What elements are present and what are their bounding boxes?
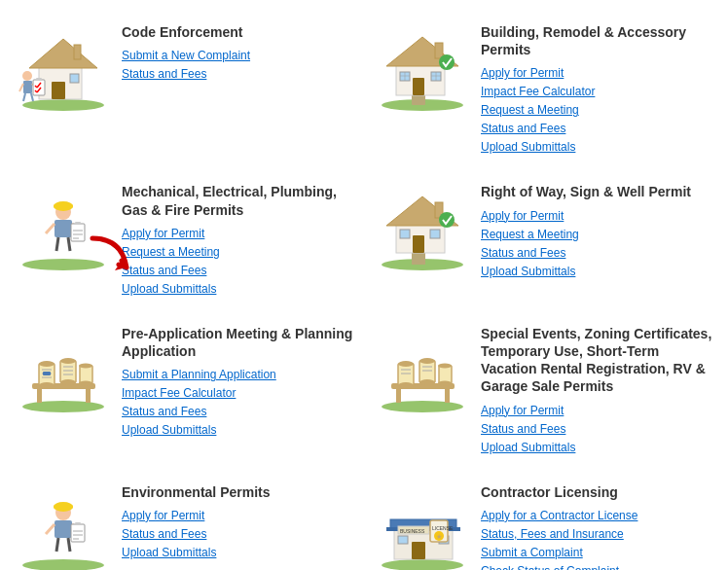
link-status-fees-env[interactable]: Status and Fees bbox=[122, 525, 354, 543]
card-icon-code-enforcement bbox=[15, 23, 112, 111]
svg-rect-13 bbox=[36, 78, 42, 81]
svg-rect-77 bbox=[445, 389, 450, 403]
svg-point-91 bbox=[22, 559, 104, 571]
card-mechanical: Mechanical, Electrical, Plumbing, Gas & … bbox=[5, 169, 364, 310]
svg-point-65 bbox=[60, 358, 76, 364]
svg-point-86 bbox=[438, 380, 452, 385]
card-links-code-enforcement: Submit a New Complaint Status and Fees bbox=[122, 47, 354, 83]
card-icon-contractor: BUSINESS LICENSE ★ bbox=[374, 483, 471, 571]
svg-rect-95 bbox=[55, 520, 72, 538]
svg-rect-73 bbox=[43, 372, 51, 375]
link-upload-row[interactable]: Upload Submittals bbox=[481, 263, 713, 280]
link-request-meeting-row[interactable]: Request a Meeting bbox=[481, 226, 713, 243]
svg-rect-94 bbox=[54, 505, 73, 509]
svg-point-59 bbox=[39, 361, 55, 367]
svg-rect-3 bbox=[52, 82, 65, 99]
svg-point-74 bbox=[382, 401, 463, 412]
svg-line-10 bbox=[23, 93, 25, 101]
svg-rect-51 bbox=[400, 230, 410, 238]
svg-point-72 bbox=[79, 380, 92, 385]
svg-rect-64 bbox=[60, 361, 76, 382]
card-title-building: Building, Remodel & Accessory Permits bbox=[481, 23, 713, 58]
link-status-fees-contractor[interactable]: Status, Fees and Insurance bbox=[481, 525, 713, 543]
link-check-status-complaint[interactable]: Check Status of Complaint bbox=[481, 562, 713, 570]
link-submit-complaint-contractor[interactable]: Submit a Complaint bbox=[481, 544, 713, 561]
card-content-contractor: Contractor Licensing Apply for a Contrac… bbox=[481, 483, 713, 571]
card-content-special: Special Events, Zoning Certificates, Tem… bbox=[481, 325, 713, 456]
card-links-contractor: Apply for a Contractor License Status, F… bbox=[481, 507, 713, 570]
svg-point-83 bbox=[419, 379, 435, 385]
card-title-pre-app: Pre-Application Meeting & Planning Appli… bbox=[122, 325, 354, 360]
svg-rect-41 bbox=[75, 222, 81, 225]
link-apply-permit-mechanical[interactable]: Apply for Permit bbox=[122, 225, 354, 242]
card-environmental: Environmental Permits Apply for Permit S… bbox=[5, 470, 364, 571]
svg-text:BUSINESS: BUSINESS bbox=[400, 528, 425, 534]
link-status-fees-mechanical[interactable]: Status and Fees bbox=[122, 262, 354, 279]
card-title-row: Right of Way, Sign & Well Permit bbox=[481, 183, 713, 200]
card-code-enforcement: Code Enforcement Submit a New Complaint … bbox=[5, 10, 364, 169]
svg-rect-12 bbox=[33, 80, 45, 95]
svg-marker-2 bbox=[29, 39, 97, 68]
link-apply-permit-building[interactable]: Apply for Permit bbox=[481, 64, 713, 82]
svg-rect-5 bbox=[74, 45, 81, 59]
link-status-fees-special[interactable]: Status and Fees bbox=[481, 420, 713, 438]
link-submit-planning[interactable]: Submit a Planning Application bbox=[122, 366, 354, 383]
svg-rect-81 bbox=[419, 361, 435, 382]
link-status-fees-building[interactable]: Status and Fees bbox=[481, 120, 713, 137]
svg-rect-84 bbox=[439, 366, 452, 383]
card-content-row: Right of Way, Sign & Well Permit Apply f… bbox=[481, 183, 713, 279]
card-links-building: Apply for Permit Impact Fee Calculator R… bbox=[481, 64, 713, 156]
svg-rect-52 bbox=[430, 230, 440, 238]
svg-rect-111 bbox=[412, 542, 425, 559]
svg-rect-23 bbox=[413, 78, 424, 95]
svg-point-0 bbox=[22, 99, 104, 111]
svg-rect-7 bbox=[23, 81, 32, 93]
card-title-mechanical: Mechanical, Electrical, Plumbing, Gas & … bbox=[122, 183, 354, 218]
svg-point-30 bbox=[439, 54, 455, 70]
svg-text:LICENSE: LICENSE bbox=[432, 525, 454, 531]
svg-line-98 bbox=[56, 538, 58, 552]
link-apply-permit-special[interactable]: Apply for Permit bbox=[481, 402, 713, 419]
svg-line-39 bbox=[68, 237, 70, 251]
card-links-special: Apply for Permit Status and Fees Upload … bbox=[481, 402, 713, 456]
card-links-mechanical: Apply for Permit Request a Meeting Statu… bbox=[122, 225, 354, 298]
svg-rect-101 bbox=[75, 522, 81, 525]
svg-line-99 bbox=[68, 538, 70, 552]
link-request-meeting-building[interactable]: Request a Meeting bbox=[481, 101, 713, 119]
card-building-remodel: Building, Remodel & Accessory Permits Ap… bbox=[364, 10, 723, 169]
card-title-special: Special Events, Zoning Certificates, Tem… bbox=[481, 325, 713, 396]
svg-point-80 bbox=[398, 382, 414, 388]
link-submit-complaint[interactable]: Submit a New Complaint bbox=[122, 47, 354, 64]
link-request-meeting-mechanical[interactable]: Request a Meeting bbox=[122, 243, 354, 261]
link-status-fees-ce[interactable]: Status and Fees bbox=[122, 65, 354, 83]
link-upload-env[interactable]: Upload Submittals bbox=[122, 544, 354, 561]
link-apply-permit-row[interactable]: Apply for Permit bbox=[481, 207, 713, 225]
svg-point-66 bbox=[60, 379, 76, 385]
card-contractor: BUSINESS LICENSE ★ Contractor Licensing … bbox=[364, 470, 723, 571]
svg-rect-112 bbox=[398, 536, 408, 544]
link-status-fees-pre-app[interactable]: Status and Fees bbox=[122, 403, 354, 420]
link-impact-fee-building[interactable]: Impact Fee Calculator bbox=[481, 83, 713, 100]
card-content-mechanical: Mechanical, Electrical, Plumbing, Gas & … bbox=[122, 183, 354, 297]
link-upload-special[interactable]: Upload Submittals bbox=[481, 439, 713, 456]
svg-text:★: ★ bbox=[436, 533, 442, 540]
svg-point-79 bbox=[398, 361, 414, 367]
svg-line-38 bbox=[56, 237, 58, 251]
card-content-code-enforcement: Code Enforcement Submit a New Complaint … bbox=[122, 23, 354, 83]
card-links-row: Apply for Permit Request a Meeting Statu… bbox=[481, 207, 713, 280]
link-apply-permit-env[interactable]: Apply for Permit bbox=[122, 507, 354, 524]
link-apply-contractor-license[interactable]: Apply for a Contractor License bbox=[481, 507, 713, 524]
link-upload-building[interactable]: Upload Submittals bbox=[481, 138, 713, 156]
svg-rect-76 bbox=[396, 389, 401, 403]
card-links-pre-app: Submit a Planning Application Impact Fee… bbox=[122, 366, 354, 439]
link-upload-mechanical[interactable]: Upload Submittals bbox=[122, 280, 354, 298]
link-status-fees-row[interactable]: Status and Fees bbox=[481, 244, 713, 262]
main-grid: Code Enforcement Submit a New Complaint … bbox=[0, 0, 728, 570]
link-impact-fee-pre-app[interactable]: Impact Fee Calculator bbox=[122, 384, 354, 402]
card-title-contractor: Contractor Licensing bbox=[481, 483, 713, 501]
svg-point-60 bbox=[39, 382, 55, 388]
link-upload-pre-app[interactable]: Upload Submittals bbox=[122, 421, 354, 439]
card-special-events: Special Events, Zoning Certificates, Tem… bbox=[364, 311, 723, 470]
card-icon-row bbox=[374, 183, 471, 270]
card-links-environmental: Apply for Permit Status and Fees Upload … bbox=[122, 507, 354, 561]
